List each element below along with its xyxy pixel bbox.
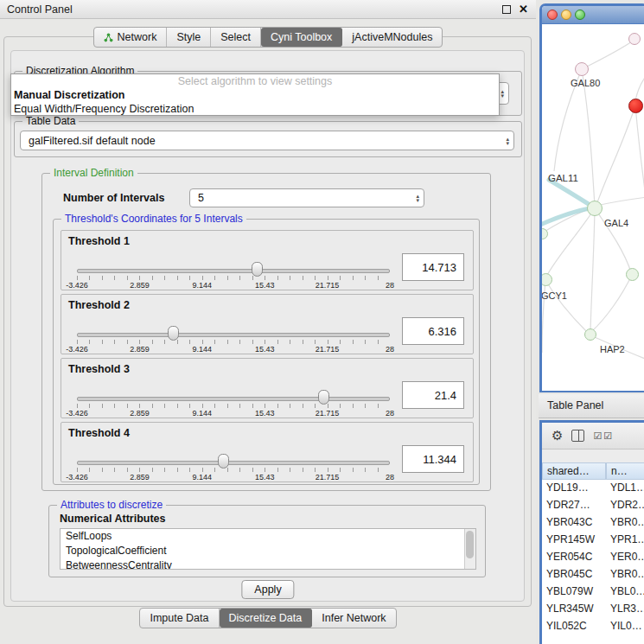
network-window-titlebar [542, 6, 644, 24]
threshold-1-value-field[interactable] [402, 253, 464, 281]
zoom-traffic-light-icon[interactable] [575, 10, 585, 20]
node-label: GAL4 [604, 218, 628, 228]
table-cell[interactable]: YIL052C [542, 618, 606, 635]
tab-label: Style [176, 31, 201, 43]
column-visibility-icons[interactable]: ☑ ☑ [593, 430, 613, 442]
table-cell[interactable]: YDL1… [606, 480, 644, 497]
scrollbar-thumb[interactable] [466, 531, 474, 558]
checkbox-icon[interactable]: ☑ [603, 430, 613, 442]
apply-button[interactable]: Apply [241, 580, 294, 599]
threshold-2-label: Threshold 2 [68, 299, 130, 311]
table-row[interactable]: YPR145W YPR1… [542, 532, 644, 549]
slider-track[interactable] [77, 397, 390, 401]
table-cell[interactable]: YPR145W [542, 532, 606, 549]
threshold-1-slider[interactable]: -3.426 2.859 9.144 15.43 21.715 28 [77, 262, 390, 290]
attributes-scrollbar[interactable] [464, 529, 475, 569]
table-row[interactable]: YER054C YER0… [542, 549, 644, 566]
slider-ticks [77, 404, 390, 408]
table-cell[interactable]: YLR345W [542, 601, 606, 618]
minimize-traffic-light-icon[interactable] [561, 10, 571, 20]
tab-label: Impute Data [150, 612, 208, 624]
table-cell[interactable]: YDR2… [606, 497, 644, 514]
thresholds-group: Threshold's Coordinates for 5 Intervals … [53, 219, 480, 485]
network-node[interactable] [628, 33, 641, 45]
threshold-4-value-field[interactable] [402, 445, 464, 473]
thresholds-group-title: Threshold's Coordinates for 5 Intervals [61, 213, 246, 225]
table-row[interactable]: YBL079W YBL0… [542, 583, 644, 601]
node-label: GAL11 [548, 173, 578, 183]
slider-track[interactable] [77, 461, 390, 465]
threshold-4-slider-thumb[interactable] [218, 454, 229, 469]
table-cell[interactable]: YBR045C [542, 566, 606, 583]
table-cell[interactable]: YBR0… [606, 514, 644, 532]
tab-cyni-toolbox[interactable]: Cyni Toolbox [261, 28, 342, 47]
tab-network[interactable]: Network [94, 28, 168, 47]
top-tabs-box: Network Style Select Cyni Toolbox jActiv… [93, 27, 443, 48]
table-row[interactable]: YDL19… YDL1… [542, 480, 644, 497]
gear-icon[interactable]: ⚙ [552, 428, 563, 443]
table-cell[interactable]: YER054C [542, 549, 606, 566]
table-cell[interactable]: YLR3… [606, 601, 644, 618]
network-node[interactable] [626, 268, 639, 281]
window-title: Control Panel [7, 3, 73, 16]
threshold-3-slider[interactable]: -3.426 2.859 9.144 15.43 21.715 28 [77, 390, 390, 418]
algorithm-option-manual[interactable]: Manual Discretization [11, 88, 499, 102]
network-node[interactable] [575, 62, 589, 76]
threshold-2-value-field[interactable] [402, 317, 464, 345]
list-item[interactable]: SelfLoops [61, 529, 475, 544]
table-data-combobox[interactable]: galFiltered.sif default node ▴▾ [20, 131, 514, 150]
column-header[interactable]: n… [606, 462, 644, 480]
tab-select[interactable]: Select [211, 28, 261, 47]
network-node-selected[interactable] [628, 99, 643, 113]
float-window-icon[interactable] [502, 5, 511, 14]
network-node[interactable] [587, 201, 603, 216]
table-cell[interactable]: YBL079W [542, 583, 606, 601]
network-view-window: GAL80 GAL11 GAL4 GCY1 HAP2 [539, 3, 644, 392]
threshold-3-label: Threshold 3 [68, 363, 130, 375]
threshold-2-slider-thumb[interactable] [168, 326, 179, 341]
algorithm-option-equal-width[interactable]: Equal Width/Frequency Discretization [11, 102, 499, 116]
slider-track[interactable] [77, 269, 390, 273]
close-icon[interactable]: ✕ [519, 3, 528, 16]
tab-impute-data[interactable]: Impute Data [140, 609, 219, 628]
table-cell[interactable]: YDL19… [542, 480, 606, 497]
table-cell[interactable]: YBR043C [542, 514, 606, 532]
list-item[interactable]: BetweennessCentrality [61, 558, 475, 570]
column-header[interactable]: shared… [542, 462, 606, 480]
threshold-2-slider[interactable]: -3.426 2.859 9.144 15.43 21.715 28 [77, 326, 390, 354]
table-cell[interactable]: YPR1… [606, 532, 644, 549]
table-cell[interactable]: YDR27… [542, 497, 606, 514]
table-cell[interactable]: YBR0… [606, 566, 644, 583]
checkbox-icon[interactable]: ☑ [593, 430, 603, 442]
threshold-3-value-field[interactable] [402, 381, 464, 409]
list-item[interactable]: TopologicalCoefficient [61, 544, 475, 558]
network-node[interactable] [584, 328, 596, 341]
network-canvas[interactable]: GAL80 GAL11 GAL4 GCY1 HAP2 [542, 24, 644, 391]
number-of-intervals-label: Number of Intervals [63, 192, 164, 204]
table-row[interactable]: YBR045C YBR0… [542, 566, 644, 583]
threshold-1-slider-thumb[interactable] [252, 262, 263, 277]
numerical-attributes-label: Numerical Attributes [60, 513, 165, 525]
table-cell[interactable]: YER0… [606, 549, 644, 566]
table-cell[interactable]: YIL0… [606, 618, 644, 635]
tab-discretize-data[interactable]: Discretize Data [220, 609, 313, 628]
bottom-tabs-box: Impute Data Discretize Data Infer Networ… [139, 608, 396, 628]
tab-jactivemnodules[interactable]: jActiveMNodules [342, 28, 442, 47]
close-traffic-light-icon[interactable] [547, 10, 558, 20]
table-row[interactable]: YLR345W YLR3… [542, 601, 644, 618]
table-cell[interactable]: YBL0… [606, 583, 644, 601]
node-label: HAP2 [600, 344, 625, 354]
number-of-intervals-combobox[interactable]: 5 ▴▾ [189, 188, 424, 207]
tab-infer-network[interactable]: Infer Network [312, 609, 395, 628]
table-row[interactable]: YBR043C YBR0… [542, 514, 644, 532]
table-row[interactable]: YIL052C YIL0… [542, 618, 644, 635]
threshold-3-slider-thumb[interactable] [318, 390, 329, 405]
table-row[interactable]: YDR27… YDR2… [542, 497, 644, 514]
threshold-4-slider[interactable]: -3.426 2.859 9.144 15.43 21.715 28 [77, 454, 390, 481]
tab-style[interactable]: Style [167, 28, 211, 47]
columns-icon[interactable] [571, 430, 584, 442]
slider-track[interactable] [77, 333, 390, 337]
attributes-group: Attributes to discretize Numerical Attri… [48, 505, 486, 577]
tab-label: Discretize Data [229, 612, 303, 624]
node-label: GCY1 [542, 290, 567, 301]
